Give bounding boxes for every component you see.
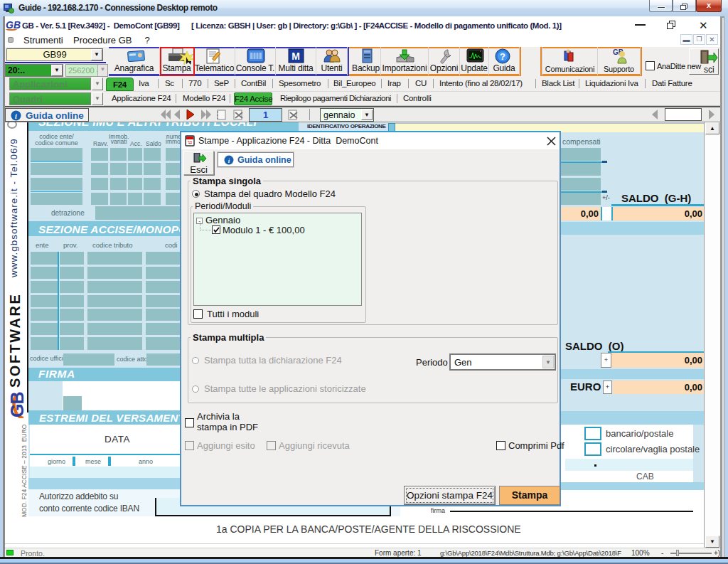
svg-text:M: M (291, 50, 300, 62)
svg-text:i: i (15, 112, 17, 120)
svg-text:?: ? (500, 51, 505, 62)
svg-text:GB: GB (7, 393, 27, 418)
